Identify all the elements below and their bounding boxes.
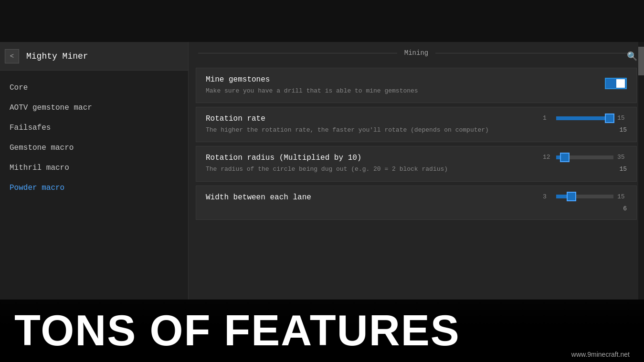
back-button[interactable]: < — [5, 49, 19, 63]
width-lanes-slider[interactable] — [556, 195, 613, 198]
setting-title: Rotation radius (Multiplied by 10) — [206, 154, 536, 162]
slider-max: 15 — [617, 193, 627, 200]
slider-value: 15 — [619, 126, 627, 134]
sidebar-item-failsafes[interactable]: Failsafes — [0, 118, 188, 138]
section-label: Mining — [404, 49, 428, 57]
setting-title: Width between each lane — [206, 193, 536, 202]
content-panel: 🔍 Mining Mine gemstones Make sure you ha… — [189, 42, 644, 300]
setting-desc: The radius of the circle being dug out (… — [206, 165, 536, 174]
setting-info: Rotation radius (Multiplied by 10) The r… — [206, 154, 536, 174]
toggle-knob — [616, 79, 625, 88]
slider-max: 15 — [617, 114, 627, 122]
slider-container: 12 35 15 — [543, 154, 627, 173]
setting-control: Width between each lane 3 15 6 — [206, 193, 627, 212]
slider-row: 1 15 — [543, 114, 627, 122]
bottom-overlay: TONS OF FEATURES www.9minecraft.net — [0, 300, 644, 362]
scrollbar[interactable] — [638, 42, 644, 300]
slider-container: 3 15 6 — [543, 193, 627, 212]
setting-rotation-rate: Rotation rate The higher the rotation ra… — [196, 107, 637, 142]
setting-control: Mine gemstones Make sure you have a dril… — [206, 75, 627, 95]
slider-thumb[interactable] — [560, 153, 570, 162]
sidebar-item-powder[interactable]: Powder macro — [0, 178, 188, 198]
tagline-text: TONS OF FEATURES — [14, 306, 460, 355]
setting-title: Rotation rate — [206, 114, 536, 123]
watermark: www.9minecraft.net — [571, 351, 630, 362]
slider-min: 12 — [543, 154, 552, 161]
slider-max: 35 — [617, 154, 627, 161]
mine-gemstones-toggle[interactable] — [605, 78, 627, 89]
slider-row: 12 35 — [543, 154, 627, 161]
rotation-rate-slider[interactable] — [556, 116, 613, 120]
setting-desc: The higher the rotation rate, the faster… — [206, 126, 536, 134]
sidebar-item-core[interactable]: Core — [0, 78, 188, 98]
search-icon: 🔍 — [627, 51, 637, 62]
sidebar: < Mighty Miner Core AOTV gemstone macr F… — [0, 42, 189, 300]
scrollbar-thumb[interactable] — [638, 47, 644, 75]
slider-min: 1 — [543, 114, 552, 122]
slider-row: 3 15 — [543, 193, 627, 200]
slider-min: 3 — [543, 193, 552, 200]
sidebar-nav: Core AOTV gemstone macr Failsafes Gemsto… — [0, 71, 188, 205]
top-bar — [0, 0, 644, 42]
sidebar-item-aotv[interactable]: AOTV gemstone macr — [0, 98, 188, 118]
setting-control: Rotation rate The higher the rotation ra… — [206, 114, 627, 134]
setting-info: Mine gemstones Make sure you have a dril… — [206, 75, 598, 95]
slider-container: 1 15 15 — [543, 114, 627, 134]
setting-desc: Make sure you have a drill that is able … — [206, 87, 598, 95]
setting-rotation-radius: Rotation radius (Multiplied by 10) The r… — [196, 146, 637, 181]
setting-mine-gemstones: Mine gemstones Make sure you have a dril… — [196, 68, 637, 103]
setting-info: Rotation rate The higher the rotation ra… — [206, 114, 536, 134]
sidebar-header: < Mighty Miner — [0, 42, 188, 71]
slider-thumb[interactable] — [567, 192, 576, 201]
slider-thumb[interactable] — [605, 114, 614, 123]
sidebar-item-gemstone[interactable]: Gemstone macro — [0, 138, 188, 158]
sidebar-item-mithril[interactable]: Mithril macro — [0, 158, 188, 178]
setting-width-lanes: Width between each lane 3 15 6 — [196, 186, 637, 220]
setting-control: Rotation radius (Multiplied by 10) The r… — [206, 154, 627, 174]
sidebar-title: Mighty Miner — [26, 52, 88, 61]
slider-value: 15 — [619, 165, 627, 173]
rotation-radius-slider[interactable] — [556, 155, 613, 159]
setting-info: Width between each lane — [206, 193, 536, 205]
main-area: < Mighty Miner Core AOTV gemstone macr F… — [0, 42, 644, 300]
slider-value: 6 — [623, 205, 627, 212]
section-header: Mining — [189, 42, 644, 64]
setting-title: Mine gemstones — [206, 75, 598, 84]
